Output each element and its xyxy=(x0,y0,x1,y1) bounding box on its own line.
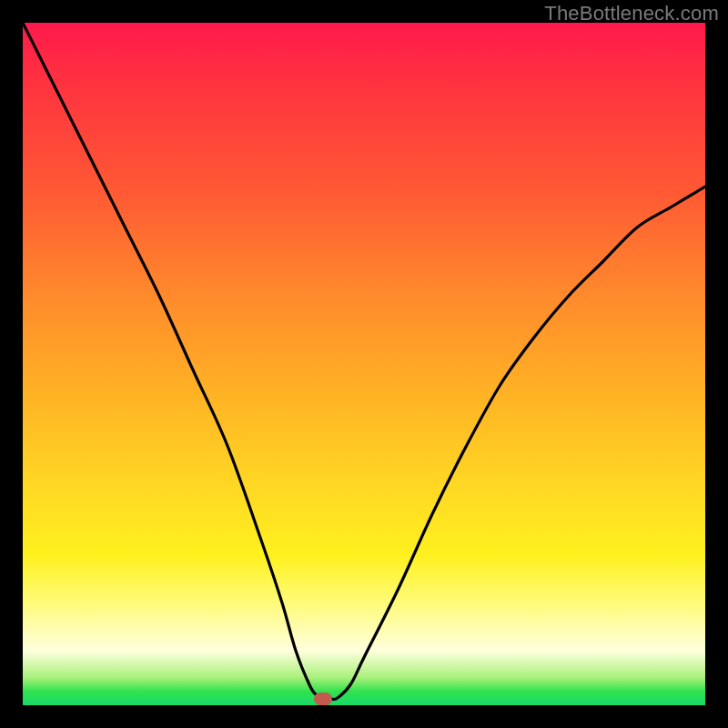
plot-area xyxy=(23,23,705,705)
bottleneck-curve-svg xyxy=(23,23,705,705)
bottleneck-curve xyxy=(23,23,705,700)
optimum-marker xyxy=(314,693,332,705)
chart-frame: TheBottleneck.com xyxy=(0,0,728,728)
